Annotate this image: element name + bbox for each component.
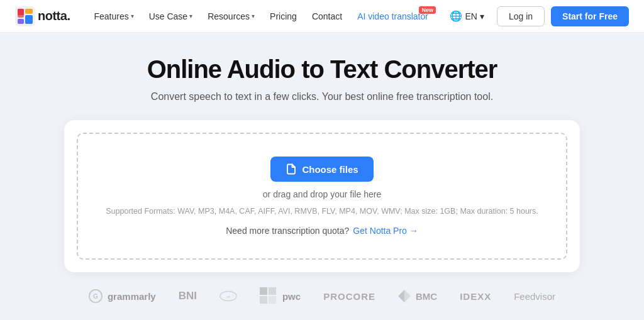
brand-procore: PROCORE: [323, 291, 375, 302]
hero-title: Online Audio to Text Converter: [147, 55, 497, 84]
chevron-icon: ▾: [131, 13, 134, 19]
svg-text:G: G: [93, 293, 98, 300]
nav-item-resources[interactable]: Resources ▾: [201, 8, 261, 25]
salesforce-icon: sf: [219, 290, 237, 302]
logo[interactable]: notta.: [15, 6, 70, 26]
globe-icon: 🌐: [450, 10, 462, 22]
svg-rect-13: [269, 296, 276, 304]
bmc-icon: [398, 290, 411, 302]
nav-item-usecase[interactable]: Use Case ▾: [143, 8, 199, 25]
brand-pwc: pwc: [260, 287, 301, 305]
quota-row: Need more transcription quota? Get Notta…: [226, 226, 418, 236]
file-icon: [286, 163, 297, 175]
brand-feedvisor: Feedvisor: [514, 291, 555, 302]
upload-card: Choose files or drag and drop your file …: [64, 120, 580, 272]
quota-label: Need more transcription quota?: [226, 226, 349, 236]
formats-text: Supported Formats: WAV, MP3, M4A, CAF, A…: [106, 207, 538, 216]
svg-rect-11: [269, 287, 276, 295]
chevron-icon: ▾: [189, 13, 192, 19]
login-button[interactable]: Log in: [497, 6, 545, 26]
logo-text: notta.: [38, 9, 70, 23]
brand-bmc: BMC: [398, 290, 437, 302]
start-free-button[interactable]: Start for Free: [551, 6, 629, 26]
new-badge: New: [419, 6, 436, 14]
grammarly-icon: G: [89, 289, 103, 303]
brand-grammarly: G grammarly: [89, 289, 156, 303]
nav-item-pricing[interactable]: Pricing: [264, 8, 303, 25]
svg-marker-14: [398, 290, 404, 302]
pwc-icon: [260, 287, 277, 305]
brands-row: G grammarly BNI sf pwc PROCO: [89, 287, 555, 305]
svg-rect-10: [260, 287, 267, 295]
svg-rect-3: [25, 9, 33, 14]
chevron-icon: ▾: [252, 13, 255, 19]
nav-item-ai-translator[interactable]: AI video translator New: [351, 8, 435, 25]
upload-zone[interactable]: Choose files or drag and drop your file …: [77, 133, 567, 260]
drag-drop-text: or drag and drop your file here: [263, 189, 381, 199]
choose-files-button[interactable]: Choose files: [270, 157, 373, 182]
nav-links: Features ▾ Use Case ▾ Resources ▾ Pricin…: [87, 8, 443, 25]
get-notta-pro-link[interactable]: Get Notta Pro →: [353, 226, 418, 236]
svg-rect-5: [18, 19, 24, 24]
language-button[interactable]: 🌐 EN ▾: [443, 6, 490, 26]
brand-bni: BNI: [179, 290, 197, 302]
svg-rect-12: [260, 296, 267, 304]
svg-rect-4: [25, 15, 33, 24]
brand-idexx: IDEXX: [460, 291, 491, 302]
nav-item-contact[interactable]: Contact: [306, 8, 348, 25]
chevron-icon: ▾: [480, 11, 484, 21]
svg-text:sf: sf: [226, 295, 230, 299]
brand-salesforce: sf: [219, 290, 237, 302]
nav-item-features[interactable]: Features ▾: [87, 8, 140, 25]
main-content: Online Audio to Text Converter Convert s…: [0, 33, 644, 317]
nav-right: 🌐 EN ▾ Log in Start for Free: [443, 6, 629, 26]
svg-rect-2: [18, 9, 24, 15]
navbar: notta. Features ▾ Use Case ▾ Resources ▾…: [0, 0, 644, 33]
logo-icon: [15, 6, 35, 26]
hero-subtitle: Convert speech to text in a few clicks. …: [151, 91, 493, 102]
svg-marker-15: [404, 290, 411, 302]
